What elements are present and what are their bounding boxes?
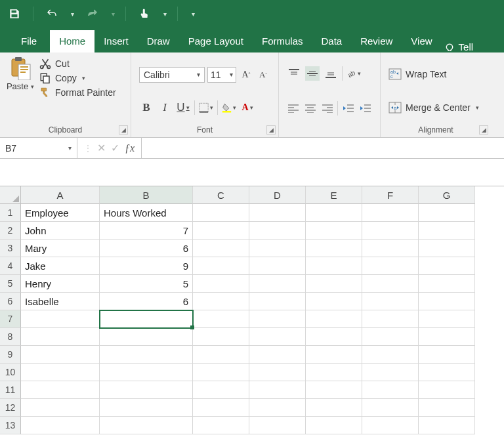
cell-B8[interactable] xyxy=(100,328,193,346)
cell-E12[interactable] xyxy=(306,399,362,417)
cell-E13[interactable] xyxy=(306,417,362,434)
cell-F10[interactable] xyxy=(362,364,419,381)
cell-D12[interactable] xyxy=(249,399,306,417)
borders-button[interactable]: ▾ xyxy=(199,100,213,115)
paste-button[interactable]: Paste▾ xyxy=(5,56,35,125)
align-middle-button[interactable] xyxy=(305,66,320,81)
cell-D13[interactable] xyxy=(249,417,306,434)
merge-center-button[interactable]: a Merge & Center▾ xyxy=(388,102,483,114)
cell-A11[interactable] xyxy=(21,381,100,399)
clipboard-launcher[interactable]: ◢ xyxy=(119,125,128,135)
cell-G6[interactable] xyxy=(419,293,475,310)
cut-button[interactable]: Cut xyxy=(39,58,116,70)
cell-G11[interactable] xyxy=(419,381,475,399)
cell-E2[interactable] xyxy=(306,222,362,240)
cell-G10[interactable] xyxy=(419,364,475,381)
tab-data[interactable]: Data xyxy=(312,30,351,52)
cell-D7[interactable] xyxy=(249,310,306,328)
cell-B2[interactable]: 7 xyxy=(100,222,193,240)
cell-C12[interactable] xyxy=(193,399,249,417)
cell-D8[interactable] xyxy=(249,328,306,346)
tab-review[interactable]: Review xyxy=(351,30,402,52)
cell-A1[interactable]: Employee xyxy=(21,204,100,222)
cell-F12[interactable] xyxy=(362,399,419,417)
cell-E1[interactable] xyxy=(306,204,362,222)
cell-B6[interactable]: 6 xyxy=(100,293,193,310)
cell-C1[interactable] xyxy=(193,204,249,222)
cell-A9[interactable] xyxy=(21,346,100,364)
cell-A10[interactable] xyxy=(21,364,100,381)
cell-F8[interactable] xyxy=(362,328,419,346)
cell-G9[interactable] xyxy=(419,346,475,364)
orientation-button[interactable]: ab▾ xyxy=(346,66,361,81)
cell-D5[interactable] xyxy=(249,275,306,293)
align-center-button[interactable] xyxy=(304,101,317,115)
cell-C6[interactable] xyxy=(193,293,249,310)
format-painter-button[interactable]: Format Painter xyxy=(39,87,116,98)
cell-A4[interactable]: Jake xyxy=(21,257,100,275)
undo-button[interactable] xyxy=(43,5,61,23)
alignment-launcher[interactable]: ◢ xyxy=(479,125,488,135)
align-left-button[interactable] xyxy=(287,101,300,115)
cell-C9[interactable] xyxy=(193,346,249,364)
fill-color-button[interactable]: ▾ xyxy=(222,100,236,115)
cell-A5[interactable]: Henry xyxy=(21,275,100,293)
cell-B13[interactable] xyxy=(100,417,193,434)
cell-A6[interactable]: Isabelle xyxy=(21,293,100,310)
cell-D9[interactable] xyxy=(249,346,306,364)
cell-G2[interactable] xyxy=(419,222,475,240)
row-header-7[interactable]: 7 xyxy=(0,310,21,328)
row-header-8[interactable]: 8 xyxy=(0,328,21,346)
cell-E3[interactable] xyxy=(306,240,362,257)
column-header-D[interactable]: D xyxy=(249,186,306,204)
cell-C3[interactable] xyxy=(193,240,249,257)
cell-D3[interactable] xyxy=(249,240,306,257)
tell-me[interactable]: Tell xyxy=(444,41,474,52)
cell-E11[interactable] xyxy=(306,381,362,399)
enter-formula-icon[interactable]: ✓ xyxy=(111,142,119,154)
wrap-text-button[interactable]: abc Wrap Text xyxy=(388,68,483,80)
tab-file[interactable]: File xyxy=(12,30,50,52)
tab-insert[interactable]: Insert xyxy=(94,30,138,52)
cell-E6[interactable] xyxy=(306,293,362,310)
cancel-formula-icon[interactable]: ✕ xyxy=(97,142,106,154)
customize-qat-dropdown[interactable]: ▾ xyxy=(190,10,196,18)
save-button[interactable] xyxy=(5,5,24,23)
redo-dropdown[interactable]: ▾ xyxy=(110,10,116,18)
cell-D4[interactable] xyxy=(249,257,306,275)
row-header-5[interactable]: 5 xyxy=(0,275,21,293)
column-header-C[interactable]: C xyxy=(193,186,249,204)
row-header-6[interactable]: 6 xyxy=(0,293,21,310)
cell-F6[interactable] xyxy=(362,293,419,310)
cell-C2[interactable] xyxy=(193,222,249,240)
cell-B4[interactable]: 9 xyxy=(100,257,193,275)
cell-F11[interactable] xyxy=(362,381,419,399)
cell-B3[interactable]: 6 xyxy=(100,240,193,257)
cell-F9[interactable] xyxy=(362,346,419,364)
cell-F13[interactable] xyxy=(362,417,419,434)
cell-C11[interactable] xyxy=(193,381,249,399)
tab-formulas[interactable]: Formulas xyxy=(253,30,312,52)
name-box[interactable]: B7 ▾ xyxy=(0,138,77,158)
tab-view[interactable]: View xyxy=(402,30,441,52)
cell-B11[interactable] xyxy=(100,381,193,399)
spreadsheet-grid[interactable]: ABCDEFG1EmployeeHours Worked2John73Mary6… xyxy=(0,186,504,434)
row-header-10[interactable]: 10 xyxy=(0,364,21,381)
row-header-1[interactable]: 1 xyxy=(0,204,21,222)
tab-draw[interactable]: Draw xyxy=(138,30,179,52)
cell-F7[interactable] xyxy=(362,310,419,328)
row-header-2[interactable]: 2 xyxy=(0,222,21,240)
cell-D1[interactable] xyxy=(249,204,306,222)
row-header-12[interactable]: 12 xyxy=(0,399,21,417)
cell-C10[interactable] xyxy=(193,364,249,381)
fx-icon[interactable]: ƒx xyxy=(125,142,135,154)
select-all-corner[interactable] xyxy=(0,186,21,204)
cell-E4[interactable] xyxy=(306,257,362,275)
cell-B10[interactable] xyxy=(100,364,193,381)
cell-B9[interactable] xyxy=(100,346,193,364)
cell-A8[interactable] xyxy=(21,328,100,346)
align-bottom-button[interactable] xyxy=(324,66,338,81)
cell-G1[interactable] xyxy=(419,204,475,222)
cell-A2[interactable]: John xyxy=(21,222,100,240)
cell-D2[interactable] xyxy=(249,222,306,240)
